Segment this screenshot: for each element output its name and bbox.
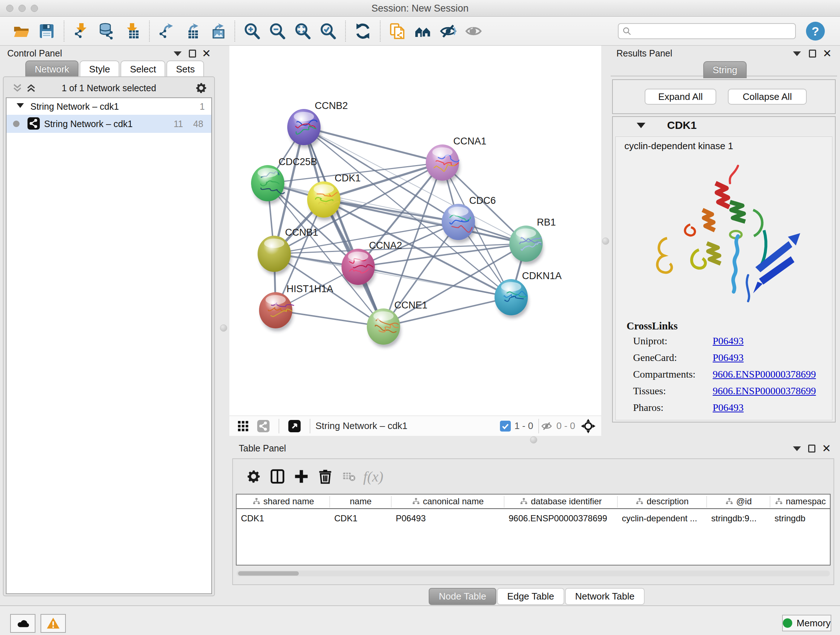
crosslink-link[interactable]: P06493 (713, 402, 744, 413)
column-header-database-identifier[interactable]: database identifier (504, 494, 617, 509)
search-input[interactable] (632, 26, 783, 36)
hide-selected-icon (439, 22, 457, 40)
crosslink-row: Compartments:9606.ENSP00000378699 (616, 369, 832, 385)
scrollbar-thumb[interactable] (238, 571, 299, 576)
home-button[interactable] (412, 21, 433, 42)
export-image-button[interactable] (207, 21, 228, 42)
node-label: CCNB1 (285, 227, 318, 238)
network-tab-content: 1 of 1 Network selected String Network –… (3, 76, 215, 596)
column-header-shared-name[interactable]: shared name (237, 494, 330, 509)
table-gear-icon[interactable] (242, 466, 265, 486)
tab-sets[interactable]: Sets (166, 60, 204, 78)
crosslink-link[interactable]: P06493 (713, 335, 744, 347)
warning-icon (46, 616, 60, 630)
results-float-icon[interactable] (808, 49, 818, 58)
import-network-file-button[interactable] (71, 21, 92, 42)
export-table-button[interactable] (182, 21, 202, 42)
zoom-in-button[interactable] (242, 21, 263, 42)
collection-label: String Network – cdk1 (30, 101, 119, 112)
gear-icon[interactable] (195, 81, 208, 95)
network-row-selected[interactable]: String Network – cdk1 11 48 (6, 115, 211, 133)
collapse-all-button[interactable]: Collapse All (728, 89, 807, 105)
panel-menu-icon[interactable] (174, 49, 183, 58)
zoom-fit-button[interactable] (292, 21, 313, 42)
node-label: CDK1 (335, 173, 361, 184)
column-header-canonical-name[interactable]: canonical name (392, 494, 504, 509)
tab-style[interactable]: Style (80, 60, 119, 78)
table-close-icon[interactable]: ✕ (822, 444, 831, 453)
warnings-button[interactable] (41, 614, 66, 633)
memory-button[interactable]: Memory (782, 615, 831, 631)
help-button[interactable]: ? (806, 22, 825, 41)
import-network-database-button[interactable] (96, 21, 117, 42)
share-network-icon[interactable] (256, 419, 271, 433)
zoom-out-button[interactable] (267, 21, 288, 42)
table-menu-icon[interactable] (793, 444, 802, 453)
tree-expander-icon[interactable] (17, 103, 24, 108)
tab-network-table[interactable]: Network Table (565, 588, 645, 605)
node-label: RB1 (537, 217, 556, 228)
search-box[interactable] (618, 23, 796, 39)
hide-selected-button[interactable] (438, 21, 459, 42)
node-label: HIST1H1A (286, 283, 333, 295)
expand-all-button[interactable]: Expand All (645, 89, 716, 105)
selected-checkbox-icon[interactable] (500, 421, 511, 432)
tab-string[interactable]: String (703, 61, 747, 78)
show-eye-button[interactable] (463, 21, 484, 42)
network-collection-row[interactable]: String Network – cdk1 1 (6, 98, 211, 115)
refresh-layout-button[interactable] (352, 21, 373, 42)
delete-column-icon[interactable] (313, 466, 337, 486)
add-column-icon[interactable] (289, 466, 313, 486)
control-panel-title: Control Panel (7, 48, 62, 59)
clone-network-button[interactable] (387, 21, 408, 42)
zoom-selected-button[interactable] (317, 21, 339, 42)
selected-count: 1 - 0 (515, 420, 533, 432)
node-label: CDC6 (469, 195, 496, 206)
panel-close-icon[interactable]: ✕ (202, 49, 211, 58)
crosslink-link[interactable]: P06493 (713, 352, 744, 363)
results-close-icon[interactable]: ✕ (823, 49, 832, 58)
toolbar-icons (9, 21, 486, 42)
export-network-button[interactable] (156, 21, 177, 42)
crosshair-icon[interactable] (581, 419, 595, 433)
right-splitter-handle[interactable] (602, 238, 609, 245)
network-view-toolbar: String Network – cdk1 1 - 0 0 - 0 (229, 416, 601, 436)
tab-edge-table[interactable]: Edge Table (497, 588, 564, 605)
window-title: Session: New Session (0, 3, 840, 14)
table-cell: CDK1 (330, 512, 392, 525)
tab-network[interactable]: Network (25, 60, 79, 78)
panel-float-icon[interactable] (188, 49, 197, 58)
tab-node-table[interactable]: Node Table (429, 588, 496, 605)
open-session-button[interactable] (11, 21, 32, 42)
column-header-namespac[interactable]: namespac (770, 494, 831, 509)
table-cell: stringdb (770, 512, 831, 525)
birdseye-view-icon[interactable] (287, 419, 302, 433)
crosslink-link[interactable]: 9606.ENSP00000378699 (713, 385, 816, 397)
results-menu-icon[interactable] (793, 49, 802, 58)
crosslink-row: Tissues:9606.ENSP00000378699 (616, 385, 832, 402)
crosslink-row: Uniprot:P06493 (616, 335, 832, 352)
status-bar: Memory (0, 605, 840, 635)
left-splitter-handle[interactable] (220, 325, 227, 332)
collection-count: 1 (200, 101, 205, 112)
control-panel: Control Panel ✕ NetworkStyleSelectSets 1… (3, 48, 215, 596)
import-table-button[interactable] (122, 21, 142, 42)
show-columns-icon[interactable] (265, 466, 289, 486)
table-horizontal-scrollbar[interactable] (237, 570, 830, 576)
tab-select[interactable]: Select (120, 60, 165, 78)
grid-view-icon[interactable] (236, 419, 250, 433)
memory-label: Memory (797, 618, 831, 629)
network-canvas[interactable]: CCNB2CCNA1CDC25BCDK1CDC6RB1CCNB1CCNA2CDK… (229, 46, 601, 416)
crosslink-link[interactable]: 9606.ENSP00000378699 (713, 369, 816, 380)
crosslink-row: Pharos:P06493 (616, 402, 832, 418)
column-header-name[interactable]: name (330, 494, 392, 509)
section-expander-icon[interactable] (637, 123, 645, 128)
cloud-button[interactable] (10, 614, 35, 633)
column-header--id[interactable]: @id (707, 494, 770, 509)
table-panel: Table Panel ✕ f(x) shared namenamecanoni… (232, 442, 836, 604)
save-session-button[interactable] (36, 21, 57, 42)
hidden-eye-icon[interactable] (540, 420, 553, 432)
table-float-icon[interactable] (807, 444, 817, 453)
import-network-file-icon (73, 22, 90, 40)
column-header-description[interactable]: description (617, 494, 707, 509)
